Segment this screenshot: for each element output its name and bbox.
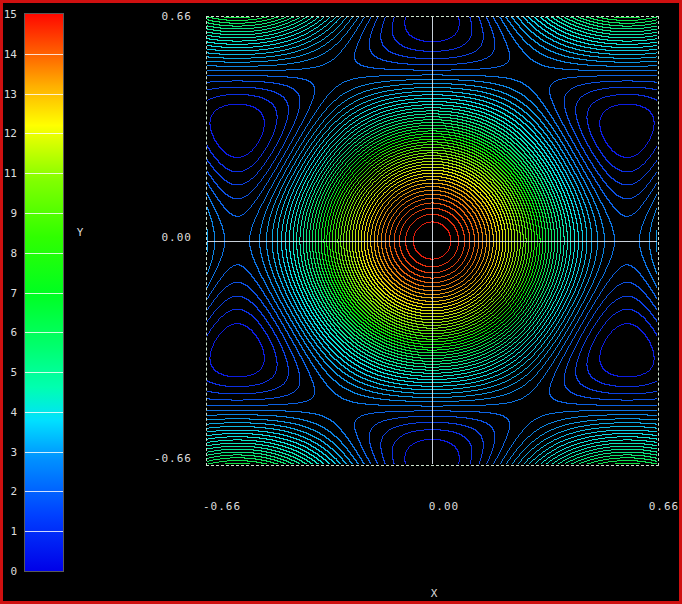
colorbar-label: 13 xyxy=(3,88,17,101)
colorbar-label: 6 xyxy=(3,326,17,339)
colorbar-separator xyxy=(25,412,63,413)
plot-window: 15141312119876543210 Y 0.66 0.00 -0.66 X… xyxy=(0,0,682,604)
y-tick-label-mid: 0.00 xyxy=(123,231,192,244)
colorbar-separator xyxy=(25,133,63,134)
colorbar-label: 1 xyxy=(3,525,17,538)
colorbar-separator xyxy=(25,491,63,492)
x-tick-label-mid: 0.00 xyxy=(422,500,466,513)
colorbar-separator xyxy=(25,173,63,174)
y-axis-title: Y xyxy=(74,226,86,239)
colorbar-label: 3 xyxy=(3,446,17,459)
colorbar-separator xyxy=(25,531,63,532)
colorbar-label: 11 xyxy=(3,167,17,180)
colorbar-separator xyxy=(25,372,63,373)
colorbar-separator xyxy=(25,253,63,254)
colorbar-separator xyxy=(25,452,63,453)
colorbar-separator xyxy=(25,94,63,95)
colorbar-label: 4 xyxy=(3,406,17,419)
colorbar-label: 2 xyxy=(3,485,17,498)
colorbar-separator xyxy=(25,213,63,214)
y-tick-label-top: 0.66 xyxy=(123,10,192,23)
y-tick-label-bottom: -0.66 xyxy=(123,452,192,465)
colorbar-label: 7 xyxy=(3,287,17,300)
colorbar-label: 9 xyxy=(3,207,17,220)
colorbar-label: 5 xyxy=(3,366,17,379)
colorbar-label: 12 xyxy=(3,127,17,140)
x-tick-label-left: -0.66 xyxy=(200,500,244,513)
x-tick-label-right: 0.66 xyxy=(642,500,682,513)
plot-area-border xyxy=(206,16,659,466)
x-axis-title: X xyxy=(428,587,440,600)
colorbar-label: 8 xyxy=(3,247,17,260)
colorbar-label: 14 xyxy=(3,48,17,61)
colorbar-label: 15 xyxy=(3,8,17,21)
colorbar-separator xyxy=(25,332,63,333)
colorbar-separator xyxy=(25,293,63,294)
colorbar-separator xyxy=(25,54,63,55)
colorbar-label: 0 xyxy=(3,565,17,578)
